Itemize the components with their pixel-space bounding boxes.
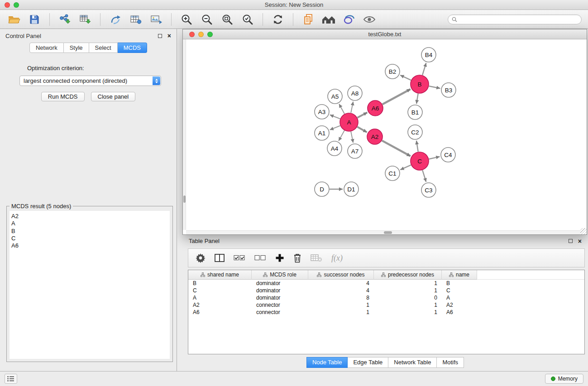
graph-node-C4[interactable]: C4 — [441, 148, 455, 162]
graph-node-C2[interactable]: C2 — [408, 125, 422, 139]
edge-A6-B[interactable] — [382, 89, 411, 104]
close-window-button[interactable] — [5, 2, 10, 8]
tab-network[interactable]: Network — [29, 43, 64, 53]
graph-node-A7[interactable]: A7 — [348, 144, 362, 158]
memory-button[interactable]: Memory — [545, 374, 583, 384]
close-panel-icon[interactable]: × — [167, 33, 171, 38]
delete-table-button[interactable] — [311, 251, 322, 265]
graph-node-A6[interactable]: A6 — [368, 100, 383, 116]
split-column-button[interactable] — [215, 251, 225, 265]
tab-node-table[interactable]: Node Table — [306, 357, 348, 368]
edge-B-B4[interactable] — [422, 63, 426, 75]
edge-A2-C[interactable] — [382, 141, 411, 156]
refresh-button[interactable] — [270, 12, 286, 27]
horizontal-scrollbar[interactable] — [186, 230, 580, 234]
show-hide-button[interactable] — [362, 12, 377, 27]
float-panel-icon[interactable] — [569, 239, 573, 243]
zoom-out-button[interactable] — [199, 12, 215, 27]
criterion-select[interactable]: largest connected component (directed) — [19, 76, 161, 86]
column-header-shared-name[interactable]: shared name — [188, 270, 252, 280]
resize-grip[interactable] — [580, 228, 587, 234]
tab-select[interactable]: Select — [89, 43, 118, 53]
table-row[interactable]: Bdominator41B — [188, 280, 584, 287]
tab-style[interactable]: Style — [64, 43, 89, 53]
add-row-button[interactable] — [275, 251, 284, 265]
vertical-scrollbar[interactable] — [183, 39, 186, 230]
graph-node-B3[interactable]: B3 — [441, 83, 456, 97]
edge-B-B1[interactable] — [416, 94, 418, 104]
run-mcds-button[interactable]: Run MCDS — [41, 92, 85, 101]
edge-A-A4[interactable] — [339, 130, 344, 141]
import-network-button[interactable] — [57, 12, 72, 27]
table-row[interactable]: Cdominator41C — [188, 287, 584, 294]
edge-C-C1[interactable] — [400, 165, 411, 170]
graph-node-C3[interactable]: C3 — [421, 183, 436, 197]
unselect-all-button[interactable] — [254, 251, 266, 265]
network-fork-button[interactable] — [108, 12, 123, 27]
network-graph[interactable]: ABCA2A6A1A3A4A5A7A8B1B2B3B4C1C2C3C4DD1 — [183, 39, 587, 234]
edge-A-A2[interactable] — [357, 127, 367, 132]
graph-node-A4[interactable]: A4 — [327, 141, 342, 156]
graph-node-B2[interactable]: B2 — [385, 64, 400, 79]
column-header-successor-nodes[interactable]: successor nodes — [308, 270, 374, 280]
delete-row-button[interactable] — [293, 251, 301, 265]
result-item[interactable]: A2 — [11, 213, 168, 220]
column-header-name[interactable]: name — [442, 270, 477, 280]
edge-C-C3[interactable] — [422, 170, 426, 182]
graph-node-C[interactable]: C — [411, 152, 429, 170]
tab-motifs[interactable]: Motifs — [437, 357, 464, 368]
edge-B-B2[interactable] — [400, 75, 411, 80]
float-panel-icon[interactable] — [158, 34, 162, 38]
graph-node-C1[interactable]: C1 — [385, 166, 400, 181]
tab-network-table[interactable]: Network Table — [388, 357, 437, 368]
select-all-button[interactable] — [234, 251, 245, 265]
result-item[interactable]: A — [11, 220, 168, 227]
table-row[interactable]: A6connector11A6 — [188, 309, 584, 316]
edge-C-C2[interactable] — [416, 141, 418, 152]
network-canvas[interactable]: ABCA2A6A1A3A4A5A7A8B1B2B3B4C1C2C3C4DD1 — [183, 39, 587, 234]
edge-A-A7[interactable] — [351, 132, 353, 143]
graph-node-B4[interactable]: B4 — [421, 48, 436, 62]
graph-node-A5[interactable]: A5 — [328, 89, 342, 104]
edge-A-A3[interactable] — [330, 115, 340, 119]
edge-A-A5[interactable] — [339, 104, 344, 114]
zoom-fit-button[interactable] — [220, 12, 235, 27]
zoom-window-button[interactable] — [207, 32, 213, 37]
graph-node-B[interactable]: B — [411, 75, 429, 93]
graph-node-A8[interactable]: A8 — [348, 86, 362, 100]
result-item[interactable]: A6 — [11, 242, 168, 249]
open-panels-button[interactable] — [301, 12, 316, 27]
close-panel-button[interactable]: Close panel — [91, 92, 136, 101]
table-settings-button[interactable] — [196, 251, 206, 265]
graph-node-D[interactable]: D — [315, 182, 329, 196]
function-builder-button[interactable]: f(x) — [331, 251, 343, 265]
column-header-predecessor-nodes[interactable]: predecessor nodes — [374, 270, 442, 280]
result-item[interactable]: C — [11, 235, 168, 242]
zoom-selected-button[interactable] — [240, 12, 255, 27]
edge-A-A6[interactable] — [358, 112, 368, 118]
table-row[interactable]: A2connector11A2 — [188, 301, 584, 309]
table-row[interactable]: Adominator80A — [188, 294, 584, 301]
open-file-button[interactable] — [6, 12, 22, 27]
close-window-button[interactable] — [189, 32, 195, 37]
minimize-window-button[interactable] — [198, 32, 204, 37]
graph-node-A3[interactable]: A3 — [315, 105, 329, 119]
search-box[interactable] — [448, 14, 582, 24]
zoom-window-button[interactable] — [14, 2, 19, 8]
edge-A-A8[interactable] — [351, 102, 353, 113]
edge-A-A1[interactable] — [330, 126, 340, 130]
tab-edge-table[interactable]: Edge Table — [348, 357, 388, 368]
close-panel-icon[interactable]: × — [578, 239, 582, 243]
result-item[interactable]: B — [11, 228, 168, 235]
graph-node-B1[interactable]: B1 — [408, 105, 422, 119]
tab-mcds[interactable]: MCDS — [118, 43, 147, 53]
network-table-button[interactable] — [128, 12, 143, 27]
task-history-button[interactable] — [5, 374, 17, 384]
import-table-button[interactable] — [77, 12, 93, 27]
graph-node-D1[interactable]: D1 — [344, 182, 359, 196]
edge-B-B3[interactable] — [429, 86, 440, 88]
export-image-button[interactable] — [148, 12, 164, 27]
graph-node-A2[interactable]: A2 — [367, 129, 382, 144]
column-header-mcds-role[interactable]: MCDS role — [252, 270, 308, 280]
zoom-in-button[interactable] — [179, 12, 194, 27]
